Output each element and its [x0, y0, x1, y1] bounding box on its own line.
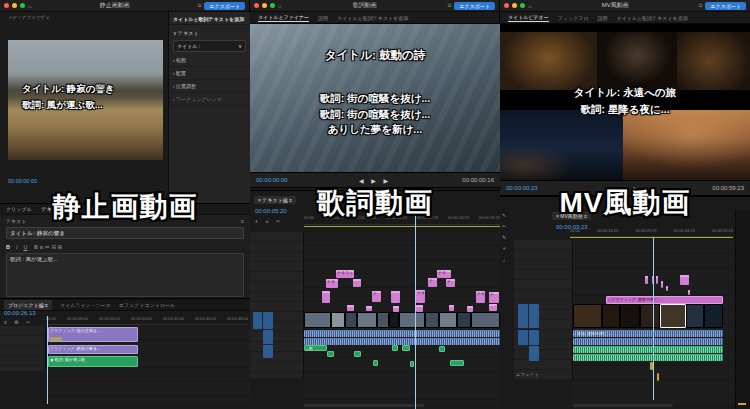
snap-tool-icon[interactable]: ⌖ — [503, 245, 506, 252]
timeline-clip[interactable] — [327, 351, 334, 357]
tab-description[interactable]: 説明 — [318, 15, 328, 21]
timeline-clip[interactable] — [645, 276, 648, 284]
timeline-clip[interactable] — [471, 312, 500, 328]
tab-fix-flow[interactable]: フィックフロ — [558, 15, 589, 21]
tab-clip[interactable]: クリップル — [6, 206, 32, 212]
align-icons[interactable]: ≣ ≡ ≔ ⊟ ⊞ — [34, 244, 63, 250]
text-section-label[interactable]: ∨ テキスト — [169, 25, 250, 38]
work-area-bar[interactable] — [304, 226, 500, 227]
timeline-clip[interactable] — [354, 351, 361, 357]
sequence-tab[interactable]: × テキスト編 ≡ — [254, 196, 296, 204]
timeline-clip[interactable]: グラフィック: 静寂の響き... — [48, 345, 138, 354]
timeline-tool-icons[interactable]: ⌖ ∪ ✂ — [255, 218, 283, 225]
sidebar-section-item[interactable]: › 位置調整 — [169, 80, 250, 93]
timeline-clip[interactable] — [425, 312, 439, 328]
playback-controls[interactable]: ◀ ▶ ▶ — [359, 177, 391, 184]
sidebar-section-item[interactable]: › 配置 — [169, 67, 250, 80]
horizontal-scrollbar[interactable] — [573, 404, 673, 407]
timeline-clip[interactable] — [263, 345, 273, 358]
timeline-clip[interactable] — [50, 337, 62, 341]
close-window-button[interactable] — [504, 3, 509, 8]
window-action-icon[interactable]: ⧉ — [448, 2, 452, 9]
timeline-clip[interactable] — [366, 306, 372, 311]
tab-add-lyrics-text[interactable]: タイトルと歌詞テキストを追加 — [617, 15, 688, 21]
home-icon[interactable]: ⌂ — [528, 3, 532, 9]
tab-text[interactable]: テキスト&編 × — [42, 206, 75, 212]
bold-button[interactable]: B — [6, 244, 10, 250]
tab-effect-controls[interactable]: エフェクトコントロール — [119, 302, 175, 308]
timeline-clip[interactable] — [389, 312, 399, 328]
play-button[interactable]: ▶ — [621, 186, 629, 192]
timeline-clip[interactable] — [602, 304, 620, 328]
panel-menu-icon[interactable]: ≡ — [241, 218, 244, 224]
next-frame-button[interactable]: ▶ — [633, 186, 641, 192]
media-browser-label[interactable]: メディアブラウザ ∨ — [8, 15, 49, 20]
timeline-clip[interactable] — [573, 304, 602, 328]
timeline-clip[interactable] — [439, 346, 445, 352]
playback-controls[interactable]: ◀ ▶ ▶ — [609, 185, 641, 192]
timeline-clip[interactable] — [304, 312, 331, 328]
timeline-clip[interactable]: ♪ 歌 — [304, 345, 327, 351]
timeline-clip[interactable] — [573, 354, 723, 361]
next-frame-button[interactable]: ▶ — [383, 178, 391, 184]
note-tool-icon[interactable]: ♪ — [503, 257, 506, 263]
close-window-button[interactable] — [4, 3, 9, 8]
timeline-clip[interactable] — [373, 360, 378, 366]
tab-title-video[interactable]: タイトルビデオー — [508, 14, 549, 22]
timeline-clip[interactable] — [656, 276, 658, 284]
timeline-clip[interactable]: ♪ グラフィック: 星降る夜に... — [606, 296, 723, 304]
timeline-clip[interactable] — [322, 291, 330, 303]
timeline-clip[interactable] — [263, 312, 273, 329]
lyrics-textarea[interactable]: 歌詞 : 風が運ぶ歌... — [6, 253, 244, 297]
track-header-column[interactable] — [0, 326, 46, 371]
timeline-clip[interactable] — [457, 312, 471, 328]
timeline-clip[interactable] — [640, 304, 660, 328]
tab-description[interactable]: 説明 — [598, 15, 608, 21]
italic-button[interactable]: I — [16, 244, 18, 250]
timeline-clip[interactable] — [402, 345, 410, 351]
export-button[interactable]: エクスポート — [204, 2, 245, 10]
zoom-window-button[interactable] — [20, 3, 25, 8]
play-button[interactable]: ▶ — [371, 178, 379, 184]
timeline-clip[interactable] — [450, 360, 464, 366]
timeline-clip[interactable] — [392, 345, 398, 351]
timeline-clip[interactable] — [688, 290, 690, 295]
timeline-clip[interactable] — [573, 338, 723, 345]
timeline-clip[interactable] — [518, 304, 528, 328]
home-icon[interactable]: ⌂ — [278, 3, 282, 9]
timeline-clip[interactable] — [304, 338, 500, 345]
timeline-toolbar[interactable]: ↖ ✂ ✎ ⌖ ♪ — [502, 212, 506, 263]
tab-timeline-source[interactable]: タイムライン・ソース — [60, 302, 111, 308]
timeline-clip[interactable]: テ — [446, 279, 455, 287]
timeline-clip[interactable] — [416, 305, 423, 312]
playhead[interactable] — [47, 316, 48, 404]
zoom-window-button[interactable] — [270, 3, 275, 8]
timeline-clip[interactable] — [449, 305, 454, 311]
timeline-clip[interactable] — [686, 304, 704, 328]
timeline-clip[interactable]: テ — [428, 278, 437, 287]
timeline-clip[interactable] — [529, 304, 539, 328]
timeline-clip[interactable] — [377, 312, 389, 328]
zoom-window-button[interactable] — [520, 3, 525, 8]
window-action-icon[interactable]: ⧉ — [699, 2, 703, 9]
timeline-clip[interactable]: テ — [372, 291, 381, 302]
timeline-clip[interactable] — [529, 346, 539, 361]
export-button[interactable]: エクスポート — [454, 2, 495, 10]
timeline-clip[interactable] — [518, 330, 528, 345]
timeline-clip[interactable] — [489, 304, 497, 311]
timeline-clip[interactable] — [410, 361, 414, 367]
timeline-clip[interactable] — [666, 286, 668, 291]
timeline-clip[interactable] — [353, 279, 361, 287]
timeline-clip[interactable] — [660, 304, 686, 328]
tab-title-finisher[interactable]: タイトルとファイナー — [258, 14, 309, 22]
timeline-clip[interactable] — [399, 312, 425, 328]
track-header-column[interactable] — [250, 232, 304, 378]
timeline-clip[interactable]: テ — [489, 292, 499, 303]
timeline-clip[interactable] — [263, 330, 273, 344]
close-window-button[interactable] — [254, 3, 259, 8]
timeline-clip[interactable] — [391, 291, 400, 303]
timeline-tool-icons[interactable]: ≡ ⊞ ✂ — [4, 319, 33, 325]
minimize-window-button[interactable] — [512, 3, 517, 8]
tab-project[interactable]: プロジェクト編 ≡ — [4, 300, 52, 310]
home-icon[interactable]: ⌂ — [28, 3, 32, 9]
